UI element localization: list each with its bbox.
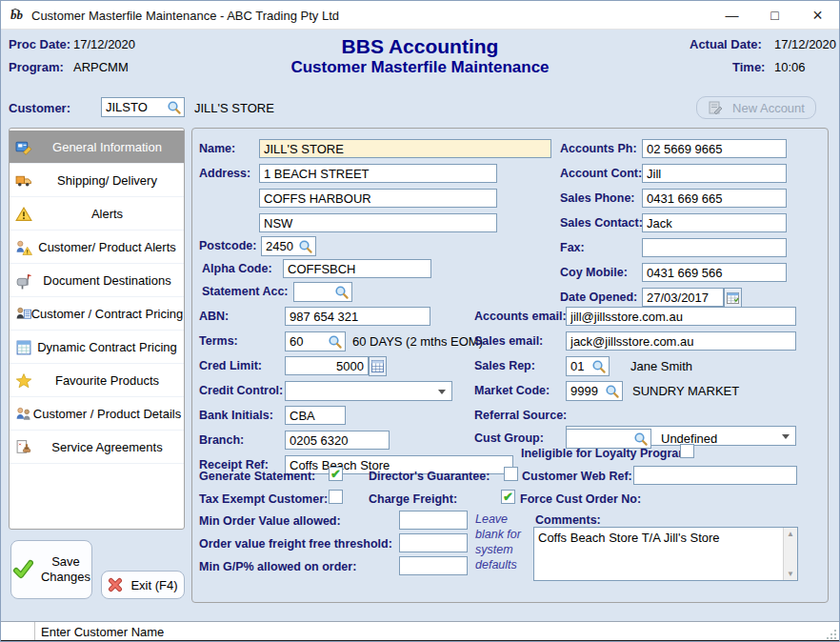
postcode-lookup-icon[interactable] bbox=[298, 239, 313, 254]
terms-label: Terms: bbox=[199, 334, 238, 348]
statement-acc-lookup-icon[interactable] bbox=[334, 285, 350, 300]
customer-web-ref-input[interactable] bbox=[633, 466, 797, 485]
charge-freight-label: Charge Freight: bbox=[369, 492, 457, 506]
sidebar-item-shipping-delivery[interactable]: Shipping/ Delivery bbox=[10, 164, 184, 197]
sidebar-item-label: Alerts bbox=[10, 207, 184, 221]
account-cont-input[interactable] bbox=[642, 164, 787, 183]
generate-statement-checkbox[interactable]: ✔ bbox=[329, 467, 343, 481]
fax-input[interactable] bbox=[642, 238, 787, 257]
comments-scrollbar[interactable]: ▲ ▼ bbox=[783, 528, 797, 580]
save-changes-button[interactable]: Save Changes bbox=[10, 540, 92, 599]
cred-limit-calculator-button[interactable] bbox=[369, 356, 387, 376]
freight-free-threshold-input[interactable] bbox=[399, 533, 468, 552]
postcode-label: Postcode: bbox=[199, 239, 256, 252]
min-order-value-input[interactable] bbox=[399, 511, 468, 530]
sidebar-item-label: Shipping/ Delivery bbox=[10, 173, 184, 188]
fax-label: Fax: bbox=[560, 241, 585, 254]
time-label: Time: bbox=[732, 60, 765, 74]
scroll-down-icon[interactable]: ▼ bbox=[787, 570, 794, 578]
customer-lookup-icon[interactable] bbox=[167, 100, 182, 115]
sidebar-item-dynamic-contract-pricing[interactable]: Dynamic Contract Pricing bbox=[10, 331, 184, 364]
sidebar-item-general-information[interactable]: General Information bbox=[10, 130, 184, 164]
ineligible-loyalty-checkbox[interactable] bbox=[680, 444, 694, 458]
market-code-value: 9999 bbox=[570, 384, 605, 398]
address-line1-input[interactable] bbox=[259, 164, 497, 183]
bank-initials-input[interactable] bbox=[285, 406, 346, 425]
directors-guarantee-label: Director's Guarantee: bbox=[369, 470, 490, 483]
sales-rep-input[interactable]: 01 bbox=[566, 356, 610, 376]
sidebar-item-label: Customer / Product Details bbox=[10, 407, 184, 421]
address-line2-input[interactable] bbox=[259, 189, 497, 208]
save-label-line2: Changes bbox=[41, 570, 90, 584]
accounts-ph-input[interactable] bbox=[642, 139, 787, 158]
abn-input[interactable] bbox=[285, 307, 430, 326]
tax-exempt-checkbox[interactable] bbox=[329, 490, 343, 504]
general-information-panel: Name: Address: Postcode: 2450 Alpha Code… bbox=[191, 128, 829, 603]
address-line3-input[interactable] bbox=[259, 213, 497, 232]
sidebar-item-document-destinations[interactable]: Document Destinations bbox=[10, 264, 184, 297]
comments-textarea[interactable]: Coffs Beach Store T/A Jill's Store ▲ ▼ bbox=[533, 527, 798, 581]
accounts-email-input[interactable] bbox=[566, 307, 796, 326]
general-information-icon bbox=[15, 139, 32, 155]
cust-group-lookup-icon[interactable] bbox=[633, 431, 649, 447]
min-gp-input[interactable] bbox=[399, 556, 468, 575]
customer-name-value: JILL'S STORE bbox=[194, 101, 274, 115]
directors-guarantee-checkbox[interactable] bbox=[504, 467, 518, 481]
close-button[interactable]: × bbox=[796, 1, 839, 30]
app-window: bb Customer Masterfile Maintenance - ABC… bbox=[0, 0, 840, 642]
branch-label: Branch: bbox=[199, 433, 244, 447]
alpha-code-input[interactable] bbox=[283, 259, 431, 278]
scroll-up-icon[interactable]: ▲ bbox=[787, 530, 794, 538]
terms-input[interactable]: 60 bbox=[285, 331, 346, 351]
charge-freight-checkbox[interactable]: ✔ bbox=[501, 490, 515, 504]
terms-value: 60 bbox=[290, 334, 328, 349]
save-label-line1: Save bbox=[51, 554, 80, 569]
credit-control-select[interactable] bbox=[285, 381, 452, 401]
cred-limit-input[interactable] bbox=[285, 356, 369, 375]
customer-label: Customer: bbox=[9, 101, 70, 115]
sales-phone-input[interactable] bbox=[642, 189, 787, 208]
terms-lookup-icon[interactable] bbox=[328, 334, 343, 350]
date-opened-input[interactable] bbox=[642, 288, 724, 307]
address-label: Address: bbox=[199, 167, 250, 180]
two-people-icon bbox=[15, 406, 32, 422]
new-account-button[interactable]: New Account bbox=[696, 96, 816, 119]
sales-rep-value: 01 bbox=[570, 359, 591, 373]
name-input[interactable] bbox=[259, 139, 551, 158]
market-code-input[interactable]: 9999 bbox=[566, 381, 623, 401]
alpha-code-label: Alpha Code: bbox=[202, 262, 272, 275]
market-code-lookup-icon[interactable] bbox=[605, 384, 620, 399]
branch-input[interactable] bbox=[285, 431, 390, 450]
bank-initials-label: Bank Initials: bbox=[199, 409, 273, 422]
cust-group-label: Cust Group: bbox=[474, 431, 544, 445]
sales-rep-lookup-icon[interactable] bbox=[591, 359, 607, 374]
sidebar-item-alerts[interactable]: Alerts bbox=[10, 197, 184, 231]
sidebar-item-service-agreements[interactable]: Service Agreements bbox=[10, 431, 184, 464]
cust-group-input[interactable] bbox=[566, 429, 651, 449]
minimize-button[interactable]: — bbox=[710, 1, 753, 30]
sidebar-item-favourite-products[interactable]: Favourite Products bbox=[10, 364, 184, 397]
app-logo-icon: bb bbox=[10, 7, 27, 24]
customer-code-input[interactable]: JILSTO bbox=[101, 97, 185, 117]
sidebar-item-label: Dynamic Contract Pricing bbox=[10, 340, 184, 354]
coy-mobile-input[interactable] bbox=[642, 263, 787, 282]
sidebar-item-customer-product-alerts[interactable]: Customer/ Product Alerts bbox=[10, 231, 184, 264]
exit-x-icon bbox=[108, 577, 123, 592]
maximize-button[interactable]: □ bbox=[753, 1, 796, 30]
sales-email-input[interactable] bbox=[566, 331, 796, 351]
accounts-ph-label: Accounts Ph: bbox=[560, 142, 637, 155]
customer-alert-icon bbox=[15, 239, 32, 255]
sales-contact-input[interactable] bbox=[642, 213, 787, 232]
exit-button[interactable]: Exit (F4) bbox=[101, 571, 185, 599]
statement-acc-input[interactable] bbox=[293, 282, 352, 302]
postcode-input[interactable]: 2450 bbox=[261, 236, 316, 256]
status-bar-cell bbox=[1, 622, 35, 640]
referral-source-label: Referral Source: bbox=[474, 409, 567, 422]
calendar-icon bbox=[727, 291, 739, 304]
sidebar-item-customer-contract-pricing[interactable]: Customer / Contract Pricing bbox=[10, 297, 184, 331]
coy-mobile-label: Coy Mobile: bbox=[560, 266, 628, 279]
market-code-description: SUNDRY MARKET bbox=[632, 384, 739, 398]
ineligible-loyalty-label: Ineligible for Loyalty Program: bbox=[521, 447, 693, 460]
sidebar-item-customer-product-details[interactable]: Customer / Product Details bbox=[10, 397, 184, 431]
date-opened-calendar-button[interactable] bbox=[724, 288, 742, 308]
